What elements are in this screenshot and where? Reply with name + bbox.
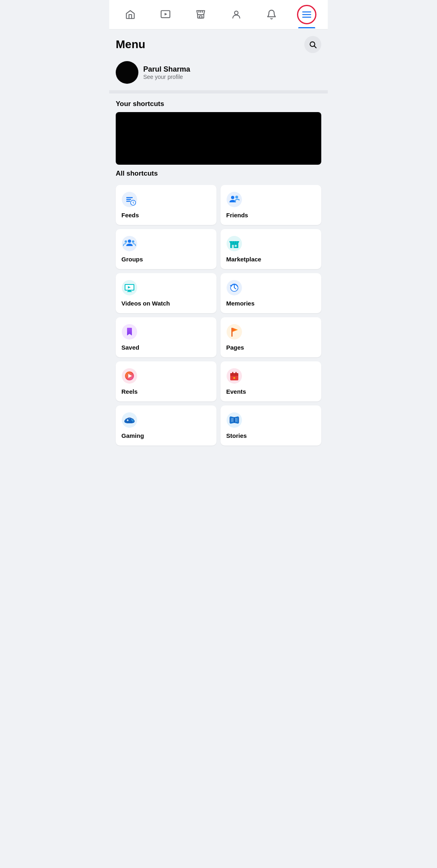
gaming-label: Gaming bbox=[121, 432, 211, 439]
svg-point-63 bbox=[132, 420, 134, 422]
videos-on-watch-label: Videos on Watch bbox=[121, 300, 211, 307]
svg-point-22 bbox=[125, 240, 127, 243]
profile-info: Parul Sharma See your profile bbox=[143, 65, 190, 80]
shortcut-marketplace[interactable]: Marketplace bbox=[221, 229, 321, 269]
shortcut-friends[interactable]: Friends bbox=[221, 185, 321, 225]
saved-label: Saved bbox=[121, 344, 211, 351]
events-label: Events bbox=[226, 388, 316, 395]
shortcut-videos-on-watch[interactable]: Videos on Watch bbox=[116, 273, 216, 313]
feeds-icon bbox=[121, 191, 138, 208]
svg-point-17 bbox=[227, 192, 242, 207]
marketplace-label: Marketplace bbox=[226, 256, 316, 263]
svg-rect-54 bbox=[230, 375, 238, 376]
friends-label: Friends bbox=[226, 212, 316, 219]
svg-point-23 bbox=[132, 240, 134, 243]
top-navigation bbox=[109, 0, 328, 30]
svg-line-68 bbox=[231, 421, 233, 422]
svg-point-62 bbox=[132, 419, 133, 420]
svg-rect-10 bbox=[126, 197, 133, 198]
events-icon bbox=[226, 368, 242, 384]
nav-home-button[interactable] bbox=[121, 5, 140, 24]
reels-icon bbox=[121, 368, 138, 384]
groups-icon bbox=[121, 236, 138, 252]
svg-rect-11 bbox=[126, 199, 131, 200]
marketplace-icon bbox=[226, 236, 242, 252]
svg-line-71 bbox=[235, 421, 238, 422]
reels-label: Reels bbox=[121, 388, 211, 395]
profile-name: Parul Sharma bbox=[143, 65, 190, 74]
shortcut-reels[interactable]: Reels bbox=[116, 361, 216, 401]
pages-label: Pages bbox=[226, 344, 316, 351]
groups-label: Groups bbox=[121, 256, 211, 263]
svg-point-45 bbox=[227, 324, 242, 340]
nav-marketplace-button[interactable] bbox=[191, 5, 210, 24]
your-shortcuts-title: Your shortcuts bbox=[116, 100, 321, 108]
svg-marker-1 bbox=[165, 13, 168, 16]
svg-line-70 bbox=[235, 420, 238, 420]
shortcuts-section: Your shortcuts All shortcuts bbox=[109, 93, 328, 185]
svg-point-21 bbox=[128, 240, 131, 243]
see-profile-text: See your profile bbox=[143, 74, 190, 80]
shortcuts-banner bbox=[116, 112, 321, 165]
feeds-label: Feeds bbox=[121, 212, 211, 219]
shortcut-gaming[interactable]: Gaming bbox=[116, 405, 216, 446]
gaming-icon bbox=[121, 412, 138, 428]
svg-line-67 bbox=[231, 420, 233, 420]
pages-icon bbox=[226, 324, 242, 340]
section-divider bbox=[109, 90, 328, 93]
avatar bbox=[116, 61, 138, 84]
svg-rect-56 bbox=[235, 372, 237, 374]
profile-section[interactable]: Parul Sharma See your profile bbox=[109, 56, 328, 90]
shortcut-events[interactable]: Events bbox=[221, 361, 321, 401]
memories-label: Memories bbox=[226, 300, 316, 307]
shortcut-pages[interactable]: Pages bbox=[221, 317, 321, 357]
svg-rect-26 bbox=[232, 245, 234, 248]
menu-container: Menu Parul Sharma See your profile Your … bbox=[109, 30, 328, 868]
svg-rect-12 bbox=[126, 201, 130, 202]
stories-label: Stories bbox=[226, 432, 316, 439]
svg-point-19 bbox=[235, 196, 238, 199]
memories-icon bbox=[226, 280, 242, 296]
svg-point-18 bbox=[231, 196, 234, 199]
shortcut-saved[interactable]: Saved bbox=[116, 317, 216, 357]
menu-title: Menu bbox=[116, 38, 145, 51]
svg-rect-55 bbox=[232, 372, 233, 374]
nav-watch-button[interactable] bbox=[156, 5, 175, 24]
videos-on-watch-icon bbox=[121, 280, 138, 296]
shortcut-feeds[interactable]: Feeds bbox=[116, 185, 216, 225]
nav-menu-button[interactable] bbox=[297, 5, 316, 24]
nav-profile-button[interactable] bbox=[227, 5, 246, 24]
shortcut-groups[interactable]: Groups bbox=[116, 229, 216, 269]
svg-rect-25 bbox=[230, 243, 238, 248]
shortcut-stories[interactable]: Stories bbox=[221, 405, 321, 446]
svg-line-8 bbox=[314, 46, 316, 48]
svg-line-69 bbox=[235, 419, 238, 419]
svg-rect-46 bbox=[231, 328, 233, 337]
stories-icon bbox=[226, 412, 242, 428]
nav-notifications-button[interactable] bbox=[262, 5, 281, 24]
saved-icon bbox=[121, 324, 138, 340]
search-icon bbox=[309, 40, 317, 49]
search-button[interactable] bbox=[304, 36, 321, 53]
shortcut-memories[interactable]: Memories bbox=[221, 273, 321, 313]
svg-rect-37 bbox=[127, 291, 132, 292]
svg-rect-2 bbox=[199, 16, 202, 18]
all-shortcuts-title: All shortcuts bbox=[116, 170, 321, 178]
svg-rect-36 bbox=[128, 291, 131, 291]
svg-rect-61 bbox=[127, 419, 128, 421]
svg-point-3 bbox=[234, 11, 238, 15]
friends-icon bbox=[226, 191, 242, 208]
shortcuts-grid: Feeds Friends bbox=[109, 185, 328, 454]
menu-header: Menu bbox=[109, 30, 328, 56]
svg-line-66 bbox=[231, 419, 233, 419]
svg-rect-27 bbox=[235, 245, 237, 247]
